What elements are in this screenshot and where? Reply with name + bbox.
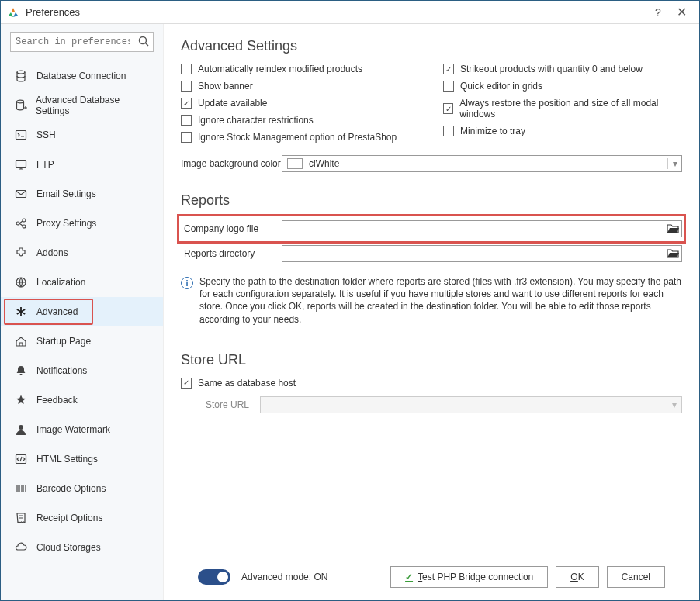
checkbox-row[interactable]: Minimize to tray (443, 126, 682, 136)
sidebar-item-startup-page[interactable]: Startup Page (1, 326, 163, 356)
sidebar-item-label: SSH (36, 130, 56, 140)
checkbox-icon (181, 132, 192, 143)
database-plus-icon (13, 98, 28, 113)
checkbox-icon (443, 126, 454, 136)
close-button[interactable]: ✕ (670, 5, 693, 19)
checkbox-row[interactable]: Ignore character restrictions (181, 115, 420, 126)
svg-point-8 (23, 219, 26, 222)
company-logo-row: Company logo file (181, 218, 682, 240)
checkbox-row[interactable]: ✓Update available (181, 98, 420, 109)
sidebar-item-notifications[interactable]: Notifications (1, 356, 163, 385)
checkbox-label: Always restore the position and size of … (459, 98, 682, 119)
chevron-down-icon[interactable]: ▾ (667, 158, 681, 169)
checkbox-label: Ignore Stock Management option of Presta… (198, 132, 397, 143)
reports-dir-label: Reports directory (181, 248, 282, 259)
bgcolor-field[interactable]: clWhite ▾ (282, 155, 682, 172)
company-logo-field[interactable] (282, 220, 682, 237)
checkbox-icon: ✓ (443, 103, 453, 114)
browse-dir-button[interactable] (664, 245, 681, 262)
checkbox-label: Strikeout products with quantity 0 and b… (460, 64, 643, 74)
star-icon (13, 392, 29, 408)
reports-dir-field[interactable] (282, 245, 682, 262)
checkbox-icon (181, 64, 192, 74)
info-icon: i (181, 277, 193, 289)
sidebar-item-ftp[interactable]: FTP (1, 150, 163, 179)
sidebar-item-email-settings[interactable]: Email Settings (1, 179, 163, 209)
sidebar-item-receipt-options[interactable]: Receipt Options (1, 503, 163, 533)
sidebar-item-label: Advanced Database Settings (36, 95, 151, 116)
checkbox-icon: ✓ (181, 378, 192, 389)
checkbox-row[interactable]: Automatically reindex modified products (181, 64, 420, 74)
svg-point-11 (19, 425, 23, 430)
sidebar-item-barcode-options[interactable]: Barcode Options (1, 474, 163, 503)
window-title: Preferences (26, 6, 646, 18)
app-logo-icon (7, 6, 19, 19)
desktop-icon (13, 157, 29, 172)
sidebar-item-advanced-database-settings[interactable]: Advanced Database Settings (1, 91, 163, 120)
addons-icon (13, 245, 29, 261)
barcode-icon (13, 481, 29, 496)
sidebar-item-label: Addons (36, 247, 68, 258)
checkbox-row[interactable]: Quick editor in grids (443, 81, 682, 92)
advanced-mode-toggle[interactable] (198, 569, 230, 585)
cancel-button[interactable]: Cancel (607, 566, 665, 588)
asterisk-icon (13, 304, 29, 319)
store-url-field: ▾ (260, 396, 682, 413)
checkbox-label: Ignore character restrictions (198, 115, 314, 126)
reports-dir-row: Reports directory (181, 243, 682, 264)
checkbox-row[interactable]: Show banner (181, 81, 420, 92)
sidebar-item-database-connection[interactable]: Database Connection (1, 61, 163, 91)
sidebar-item-image-watermark[interactable]: Image Watermark (1, 415, 163, 444)
sidebar-item-cloud-storages[interactable]: Cloud Storages (1, 533, 163, 562)
sidebar-item-addons[interactable]: Addons (1, 238, 163, 268)
checkbox-label: Show banner (198, 81, 253, 92)
svg-point-9 (23, 225, 26, 228)
section-title-reports: Reports (181, 192, 682, 209)
sidebar-item-feedback[interactable]: Feedback (1, 385, 163, 415)
sidebar-item-label: Startup Page (36, 336, 91, 347)
ok-button[interactable]: OK (556, 566, 598, 588)
sidebar-item-ssh[interactable]: SSH (1, 120, 163, 150)
store-url-label: Store URL (206, 399, 252, 410)
sidebar-item-label: Advanced (36, 306, 78, 317)
advanced-checks: Automatically reindex modified productsS… (181, 64, 682, 143)
checkbox-icon (181, 81, 192, 92)
sidebar-item-advanced[interactable]: Advanced (1, 297, 163, 326)
html-icon (13, 451, 29, 467)
check-icon: ✓ (405, 572, 413, 582)
checkbox-row[interactable]: ✓Always restore the position and size of… (443, 98, 682, 119)
sidebar-item-localization[interactable]: Localization (1, 268, 163, 297)
sidebar-nav: Database ConnectionAdvanced Database Set… (1, 61, 163, 600)
sidebar-item-proxy-settings[interactable]: Proxy Settings (1, 209, 163, 238)
help-button[interactable]: ? (646, 6, 670, 19)
checkbox-row[interactable]: ✓Strikeout products with quantity 0 and … (443, 64, 682, 74)
test-connection-button[interactable]: ✓ Test PHP Bridge connection (390, 566, 548, 588)
checkbox-icon: ✓ (443, 64, 454, 74)
advanced-mode-label: Advanced mode: ON (241, 572, 327, 582)
svg-rect-5 (16, 161, 26, 168)
sidebar-item-label: Database Connection (36, 71, 126, 81)
bgcolor-row: Image background color clWhite ▾ (181, 155, 682, 172)
checkbox-label: Minimize to tray (460, 126, 525, 136)
terminal-icon (13, 127, 29, 143)
search-input-wrap[interactable] (10, 32, 154, 52)
search-input[interactable] (11, 36, 134, 47)
sidebar-item-label: Receipt Options (36, 513, 102, 523)
sidebar-item-html-settings[interactable]: HTML Settings (1, 444, 163, 474)
checkbox-label: Update available (198, 98, 267, 109)
sidebar-item-label: Image Watermark (36, 424, 110, 435)
checkbox-row[interactable]: Ignore Stock Management option of Presta… (181, 132, 420, 143)
checkbox-label: Quick editor in grids (460, 81, 542, 92)
checkbox-icon: ✓ (181, 98, 192, 109)
chevron-down-icon: ▾ (667, 399, 681, 410)
footer: Advanced mode: ON ✓ Test PHP Bridge conn… (181, 561, 682, 600)
reports-info-text: Specify the path to the destination fold… (199, 275, 682, 326)
same-as-db-check[interactable]: ✓ Same as database host (181, 378, 682, 389)
company-logo-label: Company logo file (181, 223, 282, 234)
receipt-icon (13, 510, 29, 526)
browse-logo-button[interactable] (664, 220, 681, 237)
sidebar-item-label: FTP (36, 159, 54, 170)
main-panel: Advanced Settings Automatically reindex … (164, 24, 699, 600)
sidebar-item-label: Proxy Settings (36, 218, 96, 229)
preferences-window: Preferences ? ✕ Database ConnectionAdvan… (0, 0, 700, 601)
